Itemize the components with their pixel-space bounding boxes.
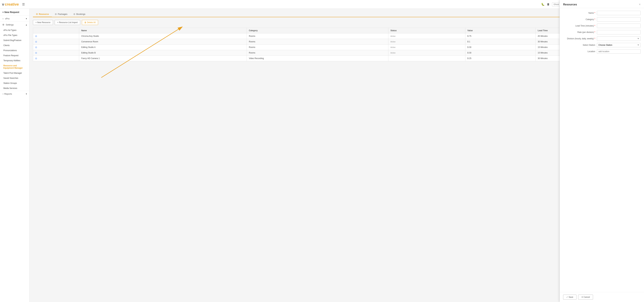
location-input[interactable] <box>597 49 640 54</box>
logo-v: v <box>2 2 4 6</box>
sidebar-item-feature-request[interactable]: Feature Request <box>0 53 29 58</box>
row-category: Rooms <box>247 44 388 50</box>
col-header-value: Value <box>465 28 536 33</box>
hamburger-menu[interactable]: ☰ <box>22 2 25 6</box>
settings-icon: ⚙ <box>2 23 4 26</box>
division-select[interactable]: Hourly Daily Weekly <box>597 36 640 41</box>
col-header-category: Category <box>247 28 388 33</box>
delete-all-button[interactable]: 🗑 Delete All <box>82 20 98 25</box>
row-icon-cell[interactable]: ⊙ <box>33 39 79 44</box>
row-category: Rooms <box>247 39 388 44</box>
rate-input[interactable] <box>597 30 640 34</box>
table-row: ⊙ Editing Studio A Rooms Active $ 30 15 … <box>33 44 640 50</box>
settings-chevron: ▴ <box>26 23 27 26</box>
row-name: Chroma-Key Studio <box>79 33 247 39</box>
sidebar-item-vpro-file-types[interactable]: vPro File Types <box>0 33 29 38</box>
vpro-label: vPro <box>5 17 10 20</box>
row-value: $ 25 <box>465 56 536 61</box>
row-name: Converence Room <box>79 39 247 44</box>
lead-time-input[interactable] <box>597 24 640 28</box>
toolbar: + New Resource + Resource List Import 🗑 … <box>33 20 640 25</box>
tab-resource[interactable]: ⊙ Resource <box>33 11 52 17</box>
tab-packages[interactable]: ⊙ Packages <box>52 11 70 17</box>
sidebar-item-vpro-ad-types[interactable]: vPro Ad Types <box>0 28 29 33</box>
packages-tab-label: Packages <box>58 13 67 15</box>
settings-section-header[interactable]: ⚙ Settings ▴ <box>0 22 29 28</box>
row-name: Editing Studio A <box>79 44 247 50</box>
resource-tab-icon: ⊙ <box>36 13 38 15</box>
top-bar: vcreative ☰ 🐛 🗑 Just Be Me 💬 ❓ 🔔 5 ✉ 52 <box>0 0 644 9</box>
row-value: $ 1 <box>465 39 536 44</box>
sidebar-item-temporary-abilities[interactable]: Temporary Abilities <box>0 58 29 63</box>
sidebar: + New Request ○ vPro ▾ ⚙ Settings ▴ <box>0 9 30 302</box>
sidebar-item-media-services[interactable]: Media Services <box>0 86 29 91</box>
bug-icon[interactable]: 🐛 <box>541 3 544 6</box>
row-icon-cell[interactable]: ⊙ <box>33 33 79 39</box>
col-header-name: Name <box>79 28 247 33</box>
category-row: Category * <box>563 17 640 21</box>
new-request-button[interactable]: + New Request <box>0 9 29 16</box>
bookings-tab-label: Bookings <box>76 13 85 15</box>
row-category: Rooms <box>247 50 388 56</box>
location-label: Location <box>563 50 597 53</box>
reports-chevron: ▾ <box>26 93 27 95</box>
content-area: ⊙ Resource ⊙ Packages ⊙ Bookings + New R… <box>30 9 644 302</box>
row-status: Active <box>388 44 466 50</box>
trash-icon[interactable]: 🗑 <box>547 3 550 6</box>
location-row: Location <box>563 49 640 54</box>
division-label: Division (hourly, daily, weekly) * <box>563 37 597 40</box>
reports-section[interactable]: ○ Reports ▾ <box>0 91 29 97</box>
table-row: ⊙ Converence Room Rooms Active $ 1 30 Mi… <box>33 39 640 44</box>
sidebar-item-resource-equipment[interactable]: Resource and Equipment Manager <box>0 63 29 70</box>
settings-section: ⚙ Settings ▴ vPro Ad Types vPro File Typ… <box>0 22 29 91</box>
tab-bookings[interactable]: ⊙ Bookings <box>70 11 88 17</box>
name-input[interactable] <box>597 11 640 15</box>
settings-label: Settings <box>6 23 14 26</box>
reports-label: Reports <box>4 93 12 95</box>
bookings-tab-icon: ⊙ <box>74 13 75 15</box>
name-row: Name * <box>563 11 640 15</box>
resource-table: Name Category Status Value Lead Time ⊙ C… <box>33 28 640 61</box>
panel-header: Resources × <box>560 0 644 8</box>
row-status: Active <box>388 33 466 39</box>
category-input[interactable] <box>597 17 640 21</box>
select-station-row: Select Station Choose Station <box>563 43 640 47</box>
row-icon-cell[interactable]: ⊙ <box>33 50 79 56</box>
sidebar-item-clients[interactable]: Clients <box>0 43 29 48</box>
sidebar-item-pronunciations[interactable]: Pronunciations <box>0 48 29 53</box>
row-category: Rooms <box>247 33 388 39</box>
sidebar-item-submit-bug[interactable]: Submit Bug/Feature <box>0 38 29 43</box>
station-select[interactable]: Choose Station <box>597 43 640 47</box>
row-name: Fancy HD Camera 1 <box>79 56 247 61</box>
panel-body: Name * Category * Lead Time (minutes) * … <box>560 8 644 292</box>
logo-creative: creative <box>5 2 19 6</box>
rate-row: Rate (per division) * <box>563 30 640 34</box>
cancel-button[interactable]: ✕ Cancel <box>578 295 593 300</box>
vpro-icon: ○ <box>2 17 4 20</box>
row-status: Active <box>388 50 466 56</box>
panel-close-button[interactable]: × <box>639 3 640 6</box>
row-value: $ 75 <box>465 33 536 39</box>
sidebar-item-station-groups[interactable]: Station Groups <box>0 81 29 86</box>
sidebar-item-talent-pool[interactable]: Talent Pool Manager <box>0 70 29 76</box>
lead-time-row: Lead Time (minutes) * <box>563 24 640 28</box>
resources-panel: Resources × Name * Category * Lead Time … <box>560 0 644 302</box>
row-icon-cell[interactable]: ⊙ <box>33 56 79 61</box>
row-status: Active <box>388 39 466 44</box>
row-icon-cell[interactable]: ⊙ <box>33 44 79 50</box>
select-station-label: Select Station <box>563 44 597 46</box>
division-row: Division (hourly, daily, weekly) * Hourl… <box>563 36 640 41</box>
sidebar-item-saved-searches[interactable]: Saved Searches <box>0 76 29 81</box>
save-button[interactable]: ✓ Save <box>563 295 576 300</box>
content-tabs: ⊙ Resource ⊙ Packages ⊙ Bookings <box>33 11 640 17</box>
name-label: Name * <box>563 12 597 14</box>
panel-footer: ✓ Save ✕ Cancel <box>560 292 644 302</box>
row-value: $ 30 <box>465 44 536 50</box>
col-header-status: Status <box>388 28 466 33</box>
resource-list-import-button[interactable]: + Resource List Import <box>55 20 80 25</box>
vpro-section: ○ vPro ▾ <box>0 16 29 22</box>
vpro-section-header[interactable]: ○ vPro ▾ <box>0 16 29 21</box>
lead-time-label: Lead Time (minutes) * <box>563 25 597 27</box>
new-resource-button[interactable]: + New Resource <box>33 20 53 25</box>
category-label: Category * <box>563 18 597 20</box>
